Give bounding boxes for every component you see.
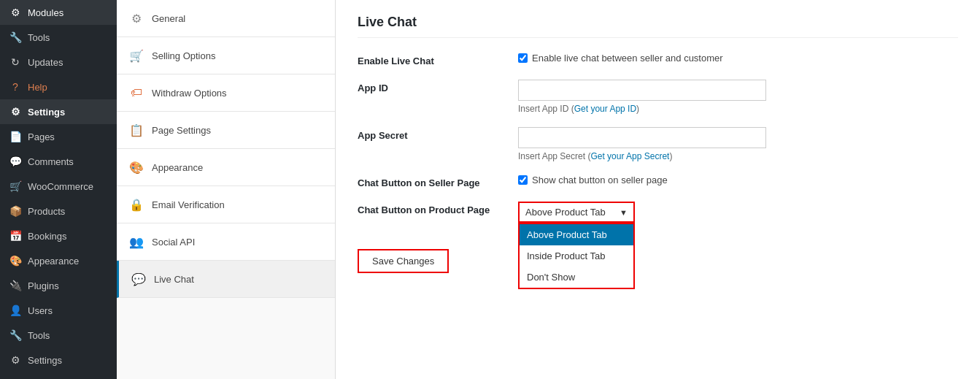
users-icon: 👤	[9, 304, 22, 317]
submenu-item-page-settings[interactable]: 📋 Page Settings	[117, 112, 335, 149]
app-id-row: App ID tEHN7UmE Insert App ID (Get your …	[358, 80, 958, 114]
general-icon: ⚙	[128, 10, 144, 26]
enable-live-chat-control: Enable live chat between seller and cust…	[518, 53, 958, 64]
app-secret-label: App Secret	[358, 127, 503, 141]
submenu-item-social-api[interactable]: 👥 Social API	[117, 223, 335, 261]
sidebar: ⚙ Modules 🔧 Tools ↻ Updates ? Help ⚙ Set…	[0, 0, 117, 379]
bookings-icon: 📅	[9, 229, 22, 242]
appearance-icon: 🎨	[9, 254, 22, 267]
dropdown-option-inside[interactable]: Inside Product Tab	[520, 245, 633, 267]
help-icon: ?	[9, 80, 22, 93]
chat-button-product-control: Above Product Tab ▼ Above Product Tab In…	[518, 202, 958, 236]
chat-button-seller-checkbox[interactable]	[518, 175, 528, 185]
products-icon: 📦	[9, 204, 22, 218]
submenu-item-general[interactable]: ⚙ General	[117, 0, 335, 37]
tools-icon: 🔧	[9, 31, 22, 44]
woocommerce-icon: 🛒	[9, 180, 22, 193]
sidebar-item-pages[interactable]: 📄 Pages	[0, 124, 117, 149]
dropdown-option-above[interactable]: Above Product Tab	[520, 224, 633, 245]
sidebar-item-updates[interactable]: ↻ Updates	[0, 50, 117, 74]
sidebar-item-appearance[interactable]: 🎨 Appearance	[0, 248, 117, 273]
sidebar-item-modules[interactable]: ⚙ Modules	[0, 0, 117, 25]
enable-live-chat-checkbox[interactable]	[518, 53, 528, 63]
product-page-selected-label: Above Product Tab	[525, 207, 606, 218]
save-row: Save Changes	[358, 249, 958, 288]
selling-options-icon: 🛒	[128, 47, 144, 64]
product-page-dropdown-menu: Above Product Tab Inside Product Tab Don…	[518, 223, 635, 289]
app-id-label: App ID	[358, 80, 503, 93]
submenu-item-email-verification[interactable]: 🔒 Email Verification	[117, 186, 335, 223]
submenu: ⚙ General 🛒 Selling Options 🏷 Withdraw O…	[117, 0, 336, 379]
app-secret-link[interactable]: Get your App Secret	[590, 151, 669, 161]
main-content: Live Chat Enable Live Chat Enable live c…	[336, 0, 980, 379]
pages-icon: 📄	[9, 130, 22, 143]
sidebar-item-help[interactable]: ? Help	[0, 74, 117, 99]
appearance-submenu-icon: 🎨	[128, 159, 144, 175]
app-id-control: tEHN7UmE Insert App ID (Get your App ID)	[518, 80, 958, 114]
app-id-input[interactable]: tEHN7UmE	[518, 80, 766, 101]
submenu-item-withdraw-options[interactable]: 🏷 Withdraw Options	[117, 74, 335, 112]
chat-button-seller-control: Show chat button on seller page	[518, 175, 958, 185]
comments-icon: 💬	[9, 155, 22, 168]
submenu-item-live-chat[interactable]: 💬 Live Chat	[117, 261, 335, 298]
dropdown-option-dont-show[interactable]: Don't Show	[520, 267, 633, 288]
settings-icon: ⚙	[9, 105, 22, 118]
app-secret-input[interactable]: sk_test_FlUpkhCMsFgmB6HK4XuPJZmX	[518, 127, 766, 148]
chat-button-product-label: Chat Button on Product Page	[358, 202, 503, 215]
product-page-dropdown-trigger[interactable]: Above Product Tab ▼	[518, 202, 635, 223]
enable-live-chat-row: Enable Live Chat Enable live chat betwee…	[358, 53, 958, 66]
page-title: Live Chat	[358, 15, 958, 38]
sidebar-item-woocommerce[interactable]: 🛒 WooCommerce	[0, 174, 117, 199]
email-verification-icon: 🔒	[128, 196, 144, 213]
updates-icon: ↻	[9, 55, 22, 69]
settings2-icon: ⚙	[9, 353, 22, 367]
app-secret-control: sk_test_FlUpkhCMsFgmB6HK4XuPJZmX Insert …	[518, 127, 958, 161]
submenu-item-selling-options[interactable]: 🛒 Selling Options	[117, 37, 335, 74]
app-secret-row: App Secret sk_test_FlUpkhCMsFgmB6HK4XuPJ…	[358, 127, 958, 161]
app-secret-hint: Insert App Secret (Get your App Secret)	[518, 151, 958, 161]
enable-live-chat-label: Enable Live Chat	[358, 53, 503, 66]
page-settings-icon: 📋	[128, 122, 144, 138]
sidebar-item-tools2[interactable]: 🔧 Tools	[0, 323, 117, 348]
live-chat-icon: 💬	[131, 271, 147, 287]
social-api-icon: 👥	[128, 234, 144, 250]
chat-button-seller-row: Chat Button on Seller Page Show chat but…	[358, 175, 958, 188]
chevron-down-icon: ▼	[620, 208, 628, 217]
sidebar-item-products[interactable]: 📦 Products	[0, 199, 117, 223]
enable-live-chat-checkbox-label[interactable]: Enable live chat between seller and cust…	[518, 53, 958, 64]
sidebar-item-plugins[interactable]: 🔌 Plugins	[0, 273, 117, 298]
sidebar-item-users[interactable]: 👤 Users	[0, 298, 117, 323]
chat-button-seller-checkbox-label[interactable]: Show chat button on seller page	[518, 175, 958, 185]
sidebar-item-settings[interactable]: ⚙ Settings	[0, 99, 117, 124]
sidebar-item-settings2[interactable]: ⚙ Settings	[0, 348, 117, 372]
product-page-dropdown-wrapper: Above Product Tab ▼ Above Product Tab In…	[518, 202, 635, 223]
chat-button-seller-label: Chat Button on Seller Page	[358, 175, 503, 188]
tools2-icon: 🔧	[9, 329, 22, 342]
plugins-icon: 🔌	[9, 279, 22, 292]
sidebar-item-tools[interactable]: 🔧 Tools	[0, 25, 117, 50]
submenu-item-appearance[interactable]: 🎨 Appearance	[117, 149, 335, 186]
chat-button-product-row: Chat Button on Product Page Above Produc…	[358, 202, 958, 236]
app-id-link[interactable]: Get your App ID	[574, 104, 636, 114]
withdraw-options-icon: 🏷	[128, 85, 144, 101]
app-id-hint: Insert App ID (Get your App ID)	[518, 104, 958, 114]
sidebar-item-bookings[interactable]: 📅 Bookings	[0, 223, 117, 248]
sidebar-item-comments[interactable]: 💬 Comments	[0, 149, 117, 174]
modules-icon: ⚙	[9, 6, 22, 19]
save-changes-button[interactable]: Save Changes	[358, 249, 449, 273]
